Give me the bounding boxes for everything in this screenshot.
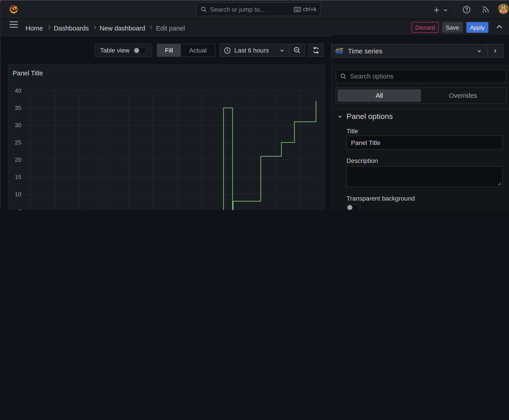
svg-text:20: 20 [15,156,21,163]
svg-text:25: 25 [15,139,21,146]
svg-text:10: 10 [15,191,21,198]
svg-text:30: 30 [15,122,21,128]
svg-text:15: 15 [15,174,21,180]
svg-text:5: 5 [18,208,21,210]
svg-text:35: 35 [15,105,21,111]
svg-text:40: 40 [15,87,21,94]
